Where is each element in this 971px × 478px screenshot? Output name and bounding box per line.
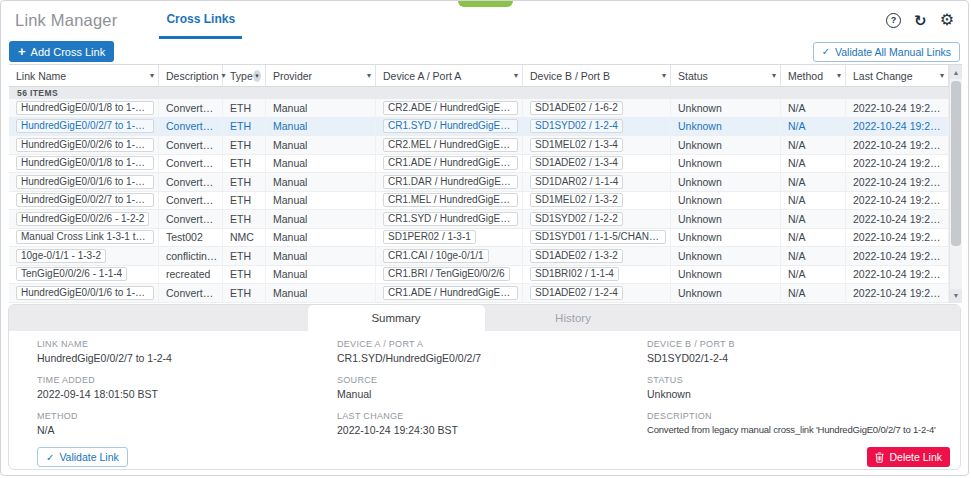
cell-type: ETH xyxy=(223,210,266,228)
cell-link-name: HundredGigE0/0/1/6 to 1-2-4 xyxy=(9,284,159,302)
cell-link-name: HundredGigE0/0/1/8 to 1-3-4 xyxy=(9,155,159,173)
cell-status: Unknown xyxy=(671,247,781,265)
check-icon: ✓ xyxy=(46,452,54,463)
cell-device-b: SD1SYD02 / 1-2-2 xyxy=(523,210,671,228)
tab-history[interactable]: History xyxy=(485,305,662,331)
table-row[interactable]: HundredGigE0/0/2/6 - 1-2-2 Converted fr.… xyxy=(9,210,949,229)
field-label: DEVICE B / PORT B xyxy=(647,339,948,349)
field-value: N/A xyxy=(37,424,337,436)
cell-device-b: SD1SYD02 / 1-2-4 xyxy=(523,118,671,136)
cell-last-change: 2022-10-24 19:24:30 BST xyxy=(846,247,949,265)
cell-description: Converted fr... xyxy=(159,118,223,136)
column-header-status[interactable]: Status▾ xyxy=(671,65,781,86)
cell-method: N/A xyxy=(781,266,846,284)
device-a-chip: CR1.ADE / HundredGigE0/0/1/8 xyxy=(383,156,518,170)
link-name-chip: HundredGigE0/0/1/6 to 1-1-4 xyxy=(16,175,154,189)
column-header-description[interactable]: Description▾ xyxy=(159,65,223,86)
table-row[interactable]: TenGigE0/0/2/6 - 1-1-4 recreated ETH Man… xyxy=(9,266,949,285)
device-b-chip: SD1ADE02 / 1-3-2 xyxy=(530,249,623,263)
table-row[interactable]: 10ge-0/1/1 - 1-3-2 conflicting w... ETH … xyxy=(9,247,949,266)
column-header-last-change[interactable]: Last Change▾ xyxy=(846,65,949,86)
add-cross-link-button[interactable]: + Add Cross Link xyxy=(9,41,114,62)
refresh-icon[interactable]: ↻ xyxy=(914,13,927,28)
table-row[interactable]: HundredGigE0/0/1/8 to 1-3-4 Converted fr… xyxy=(9,155,949,174)
plus-icon: + xyxy=(18,44,26,59)
column-header-provider[interactable]: Provider▾ xyxy=(266,65,376,86)
device-a-chip: CR1.DAR / HundredGigE0/0/1/6 xyxy=(383,175,518,189)
cell-device-b: SD1BRI02 / 1-1-4 xyxy=(523,266,671,284)
column-header-link-name[interactable]: Link Name▾ xyxy=(9,65,159,86)
field-label: DESCRIPTION xyxy=(647,411,948,421)
device-b-chip: SD1MEL02 / 1-3-4 xyxy=(530,138,623,152)
field-value: Manual xyxy=(337,388,647,400)
device-a-chip: CR1.SYD / HundredGigE0/0/2/7 xyxy=(383,119,518,133)
field-value: Converted from legacy manual cross_link … xyxy=(647,424,948,435)
toolbar: + Add Cross Link ✓ Validate All Manual L… xyxy=(1,39,968,64)
device-a-chip: CR2.ADE / HundredGigE0/0/1/8 xyxy=(383,101,518,115)
scrollbar-down-button[interactable]: ▼ xyxy=(950,289,962,303)
cell-status: Unknown xyxy=(671,192,781,210)
cell-status: Unknown xyxy=(671,136,781,154)
vertical-scrollbar[interactable]: ▲ ▼ xyxy=(949,65,962,303)
chevron-down-icon: ▾ xyxy=(834,71,841,80)
cell-description: Converted fr... xyxy=(159,155,223,173)
cell-device-a: CR1.CAI / 10ge-0/1/1 xyxy=(376,247,523,265)
tab-summary[interactable]: Summary xyxy=(308,305,485,331)
cell-provider: Manual xyxy=(266,155,376,173)
scrollbar-thumb[interactable] xyxy=(951,81,961,246)
cell-last-change: 2022-10-24 19:24:30 BST xyxy=(846,284,949,302)
cell-description: Test002 xyxy=(159,229,223,247)
column-header-type[interactable]: Type▾ xyxy=(223,65,266,86)
cell-last-change: 2022-10-24 19:24:30 BST xyxy=(846,136,949,154)
cell-method: N/A xyxy=(781,155,846,173)
table-row[interactable]: HundredGigE0/0/1/8 to 1-6-2 Converted fr… xyxy=(9,99,949,118)
device-b-chip: SD1MEL02 / 1-3-2 xyxy=(530,193,623,207)
cell-type: NMC xyxy=(223,229,266,247)
cell-device-a: CR1.MEL / HundredGigE0/0/2/7 xyxy=(376,192,523,210)
cell-type: ETH xyxy=(223,155,266,173)
column-header-device-b[interactable]: Device B / Port B▾ xyxy=(523,65,671,86)
cross-links-table: Link Name▾ Description▾ Type▾ Provider▾ … xyxy=(9,64,962,303)
table-row[interactable]: HundredGigE0/0/2/7 to 1-2-4 Converted fr… xyxy=(9,118,949,137)
detail-field-method: METHOD N/A xyxy=(37,411,337,436)
table-row[interactable]: HundredGigE0/0/1/6 to 1-2-4 Converted fr… xyxy=(9,284,949,303)
device-b-chip: SD1ADE02 / 1-2-4 xyxy=(530,286,623,300)
validate-link-button[interactable]: ✓ Validate Link xyxy=(37,447,128,467)
column-header-device-a[interactable]: Device A / Port A▾ xyxy=(376,65,523,86)
filter-icon[interactable]: ▾ xyxy=(253,70,261,82)
delete-link-button[interactable]: Delete Link xyxy=(867,447,950,467)
link-name-chip: HundredGigE0/0/1/6 to 1-2-4 xyxy=(16,286,154,300)
table-row[interactable]: HundredGigE0/0/1/6 to 1-1-4 Converted fr… xyxy=(9,173,949,192)
device-a-chip: CR1.BRI / TenGigE0/0/2/6 xyxy=(383,267,510,281)
table-row[interactable]: HundredGigE0/0/2/7 to 1-3-2 Converted fr… xyxy=(9,192,949,211)
detail-column-middle: DEVICE A / PORT A CR1.SYD/HundredGigE0/0… xyxy=(337,339,647,447)
link-name-chip: HundredGigE0/0/2/7 to 1-2-4 xyxy=(16,119,154,133)
table-row[interactable]: Manual Cross Link 1-3-1 to 1-1-5/CHA... … xyxy=(9,229,949,248)
field-value: SD1SYD02/1-2-4 xyxy=(647,352,948,364)
link-name-chip: 10ge-0/1/1 - 1-3-2 xyxy=(16,249,106,263)
table-header: Link Name▾ Description▾ Type▾ Provider▾ … xyxy=(9,65,949,87)
scrollbar-up-button[interactable]: ▲ xyxy=(950,65,962,79)
cell-device-b: SD1ADE02 / 1-3-4 xyxy=(523,155,671,173)
tab-cross-links[interactable]: Cross Links xyxy=(159,1,242,39)
device-b-chip: SD1ADE02 / 1-6-2 xyxy=(530,101,623,115)
cell-device-a: CR1.SYD / HundredGigE0/0/2/6 xyxy=(376,210,523,228)
settings-icon[interactable]: ⚙ xyxy=(940,12,954,28)
device-b-chip: SD1SYD01 / 1-1-5/CHAN 1 (196.03) xyxy=(530,230,666,244)
detail-column-right: DEVICE B / PORT B SD1SYD02/1-2-4 STATUS … xyxy=(647,339,948,447)
cell-device-a: CR2.MEL / HundredGigE0/0/2/6 xyxy=(376,136,523,154)
cell-device-a: SD1PER02 / 1-3-1 xyxy=(376,229,523,247)
cell-last-change: 2022-10-24 19:24:30 BST xyxy=(846,192,949,210)
cell-provider: Manual xyxy=(266,136,376,154)
column-header-method[interactable]: Method▾ xyxy=(781,65,846,86)
table-row[interactable]: HundredGigE0/0/2/6 to 1-3-4 Converted fr… xyxy=(9,136,949,155)
field-label: LINK NAME xyxy=(37,339,337,349)
help-icon[interactable]: ? xyxy=(886,13,901,28)
chevron-down-icon: ▾ xyxy=(659,71,666,80)
cell-description: Converted fr... xyxy=(159,173,223,191)
validate-all-manual-links-button[interactable]: ✓ Validate All Manual Links xyxy=(813,42,960,62)
device-a-chip: CR1.MEL / HundredGigE0/0/2/7 xyxy=(383,193,518,207)
cell-link-name: HundredGigE0/0/1/8 to 1-6-2 xyxy=(9,99,159,117)
detail-field-description: DESCRIPTION Converted from legacy manual… xyxy=(647,411,948,435)
device-b-chip: SD1DAR02 / 1-1-4 xyxy=(530,175,623,189)
